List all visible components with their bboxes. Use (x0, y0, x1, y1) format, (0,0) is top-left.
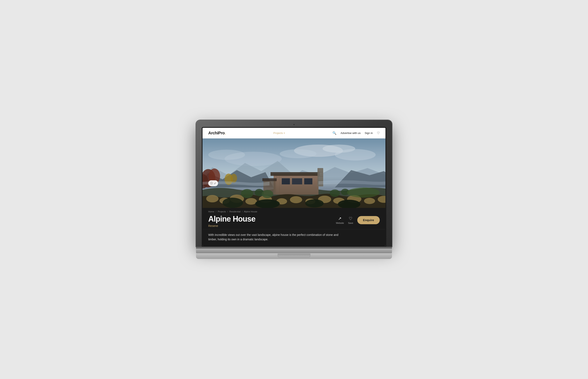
enquire-button[interactable]: Enquire (357, 216, 380, 224)
project-subtitle: Resene (208, 224, 255, 227)
svg-point-41 (330, 190, 340, 197)
nav-center: Projects ▾ (226, 131, 332, 135)
laptop-bottom (196, 253, 392, 259)
breadcrumb-sep-3: / (242, 210, 243, 213)
search-icon[interactable]: 🔍 (332, 131, 337, 135)
svg-point-11 (231, 174, 237, 183)
save-button[interactable]: ♡ Save (348, 216, 353, 224)
svg-point-45 (305, 199, 324, 207)
navbar: ArchiPro. Projects ▾ 🔍 Advertise with us… (202, 128, 386, 139)
screen-bezel: ArchiPro. Projects ▾ 🔍 Advertise with us… (202, 127, 386, 247)
camera-dot (293, 124, 295, 125)
breadcrumb-current: Alpine House (244, 210, 257, 213)
signin-link[interactable]: Sign in (365, 131, 373, 135)
breadcrumb-home[interactable]: Home (208, 210, 214, 213)
breadcrumb-projects[interactable]: Projects (218, 210, 226, 213)
projects-label: Projects (273, 131, 283, 135)
breadcrumb-sep-1: / (216, 210, 216, 213)
svg-rect-13 (271, 172, 320, 176)
expand-icon: ⤢ (214, 182, 216, 185)
svg-rect-24 (262, 178, 277, 181)
external-link-icon: ↗ (338, 216, 341, 221)
svg-point-44 (255, 199, 280, 208)
svg-point-25 (206, 195, 218, 202)
nav-right: 🔍 Advertise with us Sign in ♡ (332, 131, 380, 135)
svg-point-4 (335, 149, 376, 160)
svg-point-43 (223, 198, 243, 208)
advertise-link[interactable]: Advertise with us (340, 131, 361, 135)
svg-point-31 (290, 196, 302, 203)
svg-point-40 (262, 190, 273, 198)
website-label: Website (336, 222, 344, 224)
svg-point-38 (241, 189, 253, 198)
laptop-base (196, 249, 392, 253)
info-icon: ⓘ (210, 182, 213, 185)
svg-rect-14 (282, 178, 290, 184)
svg-rect-16 (304, 178, 312, 184)
logo-text: ArchiPro (208, 131, 225, 135)
breadcrumb-residential[interactable]: Residential (229, 210, 240, 213)
project-description: With incredible views out over the vast … (202, 229, 386, 246)
svg-rect-15 (292, 178, 302, 184)
project-title-area: Alpine House Resene (208, 215, 255, 227)
breadcrumb: Home / Projects / Residential / Alpine H… (208, 210, 380, 213)
svg-point-6 (208, 150, 245, 160)
screen: ArchiPro. Projects ▾ 🔍 Advertise with us… (202, 128, 386, 246)
hero-image: ⓘ ⤢ (202, 139, 386, 208)
laptop-hinge (196, 247, 392, 249)
trackpad (278, 254, 310, 257)
nav-projects[interactable]: Projects ▾ (273, 131, 285, 135)
svg-point-36 (364, 198, 375, 204)
project-info: Alpine House Resene ↗ Website ♡ Save (208, 215, 380, 227)
laptop-frame: ArchiPro. Projects ▾ 🔍 Advertise with us… (196, 120, 392, 259)
chevron-down-icon: ▾ (284, 132, 285, 134)
description-text: With incredible views out over the vast … (208, 233, 347, 242)
svg-point-3 (280, 149, 316, 158)
project-title: Alpine House (208, 215, 255, 223)
save-label: Save (348, 222, 353, 224)
logo[interactable]: ArchiPro. (208, 131, 226, 135)
breadcrumb-sep-2: / (227, 210, 228, 213)
heart-icon[interactable]: ♡ (377, 131, 380, 135)
expand-control[interactable]: ⓘ ⤢ (208, 180, 218, 186)
info-bar: Home / Projects / Residential / Alpine H… (202, 208, 386, 229)
svg-point-28 (245, 198, 257, 205)
camera-notch (202, 124, 386, 127)
website-button[interactable]: ↗ Website (336, 216, 344, 224)
svg-point-47 (347, 188, 380, 198)
save-heart-icon: ♡ (349, 216, 352, 221)
project-actions: ↗ Website ♡ Save Enquire (336, 216, 380, 224)
